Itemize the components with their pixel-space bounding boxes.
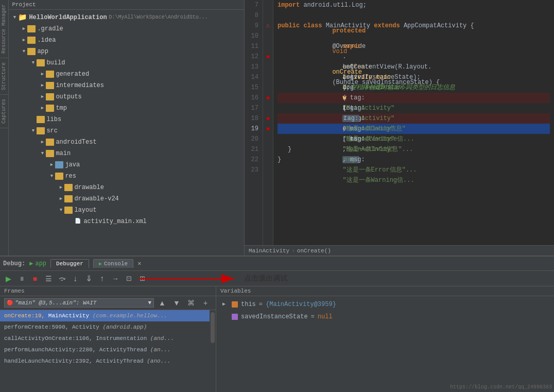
debug-pause-button[interactable]: ⏸	[15, 273, 28, 284]
debug-step-out-button[interactable]: ↑	[96, 273, 108, 284]
var-name-this: this	[241, 300, 256, 309]
debug-resume-button[interactable]: ▶	[2, 273, 14, 284]
side-label-structure[interactable]: Structure	[0, 58, 8, 95]
breadcrumb-bar: MainActivity › onCreate()	[245, 245, 554, 255]
tree-item-idea[interactable]: ▶ .idea	[9, 35, 244, 46]
tree-icon-layout	[64, 207, 73, 214]
tree-item-intermediates[interactable]: ▶ intermediates	[9, 80, 244, 91]
frames-thread-dropdown[interactable]: 🔴 "main" @3,5...ain": WAIT ▼	[4, 298, 154, 308]
tree-item-androidtest[interactable]: ▶ androidTest	[9, 137, 244, 148]
line-num-22: 22	[249, 155, 258, 165]
code-area[interactable]: import android.util.Log; public class Ma…	[273, 0, 554, 245]
variables-panel: Variables ▶ this = {MainActivity@3959} s…	[216, 286, 554, 392]
app-run-icon: ▶	[29, 260, 33, 267]
code-line-20: Log . e ( tag: "MainActivity" , msg: "这是…	[278, 134, 550, 144]
project-tree: ▼ 📁 HelloWorldApplication D:\MyAll\WorkS…	[9, 10, 244, 255]
frames-filter-button[interactable]: ⌘	[185, 297, 197, 309]
frames-add-button[interactable]: +	[199, 297, 212, 309]
tree-icon-app	[27, 48, 36, 55]
tree-item-tmp[interactable]: ▶ tmp	[9, 103, 244, 114]
tree-item-drawable-v24[interactable]: ▶ drawable-v24	[9, 193, 244, 204]
tree-icon-generated	[46, 71, 54, 78]
tree-item-res[interactable]: ▼ res	[9, 171, 244, 182]
tree-item-app[interactable]: ▼ app	[9, 46, 244, 57]
frame-item-2[interactable]: callActivityOnCreate:1106, Instrumentati…	[0, 333, 210, 344]
editor-content: 7 8 9 10 11 12 13 14 15 16 17 18 19 20 2…	[245, 0, 554, 245]
tree-item-gradle[interactable]: ▶ .gradle	[9, 23, 244, 35]
breakpoint-icon-18[interactable]: ●	[266, 114, 270, 123]
tree-arrow-java: ▶	[48, 160, 55, 169]
line-num-15: 15	[249, 82, 258, 93]
frame-item-4[interactable]: handleLaunchActivity:2392, ActivityThrea…	[0, 355, 210, 367]
frame-item-0[interactable]: onCreate:19, MainActivity (com.example.h…	[0, 310, 210, 321]
tree-icon-java	[55, 161, 63, 168]
tree-item-outputs[interactable]: ▶ outputs	[9, 91, 244, 103]
side-label-resource-manager[interactable]: Resource Manager	[0, 0, 8, 58]
side-label-captures[interactable]: Captures	[0, 95, 8, 128]
tree-icon-build	[37, 59, 45, 66]
frame-pkg-0: (com.example.hellow...	[93, 313, 167, 319]
debug-close-button[interactable]: ✕	[137, 260, 141, 267]
tree-arrow-activity-main	[66, 217, 74, 226]
tree-label-outputs: outputs	[56, 92, 81, 101]
gutter-9: ⚠	[263, 21, 273, 31]
debug-run-to-cursor-button[interactable]: →	[109, 273, 122, 284]
debug-tab-debugger[interactable]: Debugger	[50, 259, 89, 268]
gutter-20	[263, 134, 273, 144]
tree-icon-androidtest	[46, 139, 54, 146]
tree-icon-root: 📁	[18, 13, 27, 22]
tree-item-layout[interactable]: ▼ layout	[9, 204, 244, 216]
frame-method-3: performLaunchActivity:2280, ActivityThre…	[4, 347, 150, 353]
debug-hamburger-button[interactable]: ☰	[42, 273, 55, 284]
frames-down-button[interactable]: ▼	[170, 297, 183, 309]
dropdown-arrow: ▼	[148, 300, 151, 306]
debug-app-icon: ▶ app	[29, 260, 46, 267]
tree-item-src[interactable]: ▼ src	[9, 125, 244, 137]
debug-panel: Debug: ▶ app Debugger ▶ Console ✕ ▶ ⏸ ■ …	[0, 255, 554, 392]
debug-force-step-into-button[interactable]: ⇓	[82, 273, 95, 284]
editor-panel: 7 8 9 10 11 12 13 14 15 16 17 18 19 20 2…	[245, 0, 554, 255]
frames-title: Frames	[4, 288, 25, 294]
tree-item-drawable[interactable]: ▶ drawable	[9, 182, 244, 193]
frame-class-0: MainActivity	[48, 313, 93, 319]
tree-item-activity-main[interactable]: 📄 activity_main.xml	[9, 216, 244, 227]
tree-item-main[interactable]: ▼ main	[9, 148, 244, 159]
var-item-this[interactable]: ▶ this = {MainActivity@3959}	[216, 298, 554, 311]
tree-label-libs: libs	[46, 115, 61, 124]
tree-arrow-tmp: ▶	[39, 104, 46, 113]
debug-settings-button[interactable]: ⊞	[136, 273, 148, 284]
tree-item-build[interactable]: ▼ build	[9, 57, 244, 69]
variables-header: Variables	[216, 286, 554, 296]
line-numbers: 7 8 9 10 11 12 13 14 15 16 17 18 19 20 2…	[245, 0, 263, 245]
var-item-saved[interactable]: savedInstanceState = null	[216, 311, 554, 323]
tree-icon-idea	[27, 37, 36, 44]
frames-header: Frames	[0, 286, 216, 296]
frame-item-1[interactable]: performCreate:5990, Activity (android.ap…	[0, 321, 210, 333]
debug-step-over-button[interactable]: ⤼	[56, 273, 68, 284]
debug-evaluate-button[interactable]: ⊡	[123, 273, 135, 284]
breakpoint-icon-19[interactable]: ●	[266, 125, 270, 133]
breakpoint-icon-12[interactable]: ●	[266, 53, 270, 61]
frame-method-4: handleLaunchActivity:2392, ActivityThrea…	[4, 358, 147, 364]
frame-pkg-1: (android.app)	[102, 324, 147, 330]
frame-pkg-2: (and...	[150, 335, 174, 342]
debug-stop-button[interactable]: ■	[29, 273, 41, 284]
frame-item-3[interactable]: performLaunchActivity:2280, ActivityThre…	[0, 344, 210, 355]
tree-item-generated[interactable]: ▶ generated	[9, 69, 244, 80]
tree-item-java[interactable]: ▶ java	[9, 159, 244, 171]
tree-icon-intermediates	[46, 82, 54, 89]
frame-method-0: onCreate:19,	[4, 313, 48, 319]
tree-label-intermediates: intermediates	[56, 81, 104, 90]
line-num-11: 11	[249, 41, 258, 52]
tree-icon-main	[46, 150, 54, 157]
debug-step-into-button[interactable]: ↓	[69, 273, 81, 284]
frames-up-button[interactable]: ▲	[156, 297, 168, 309]
project-panel: Project ▼ 📁 HelloWorldApplication D:\MyA…	[9, 0, 245, 255]
breakpoint-icon-16[interactable]: ●	[266, 94, 270, 102]
tree-item-root[interactable]: ▼ 📁 HelloWorldApplication D:\MyAll\WorkS…	[9, 12, 244, 23]
debug-tab-console[interactable]: ▶ Console	[93, 259, 133, 268]
frames-scrollbar[interactable]	[210, 310, 216, 392]
tree-icon-activity-main: 📄	[74, 218, 82, 225]
tree-item-libs[interactable]: libs	[9, 114, 244, 125]
tree-arrow-libs	[29, 115, 37, 124]
